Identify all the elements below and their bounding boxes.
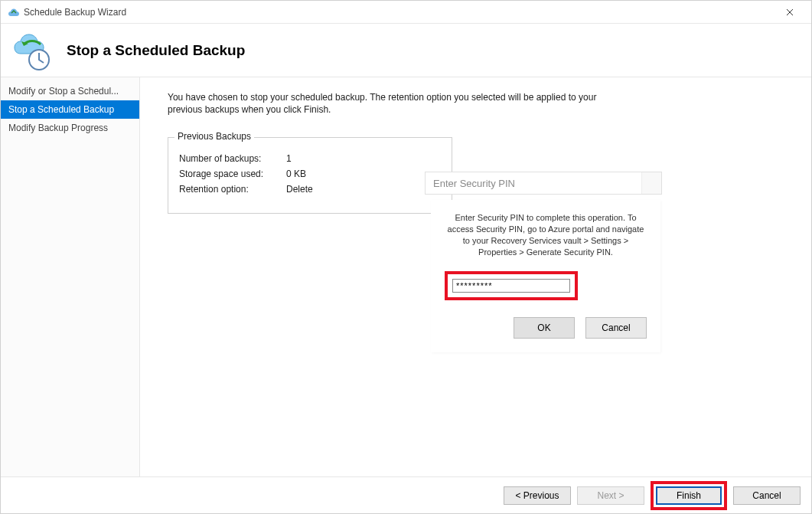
window-title: Schedule Backup Wizard bbox=[24, 7, 774, 18]
security-pin-input[interactable] bbox=[452, 279, 570, 293]
previous-backups-group: Previous Backups Number of backups: 1 St… bbox=[168, 137, 452, 214]
footer: < Previous Next > Finish Cancel bbox=[1, 476, 811, 513]
titlebar: Schedule Backup Wizard bbox=[1, 1, 811, 24]
finish-highlight: Finish bbox=[651, 481, 727, 510]
sidebar: Modify or Stop a Schedul... Stop a Sched… bbox=[1, 77, 140, 476]
sidebar-item-label: Modify or Stop a Schedul... bbox=[8, 86, 119, 97]
row-storage-used: Storage space used: 0 KB bbox=[179, 169, 441, 179]
value: 1 bbox=[286, 153, 292, 164]
pin-modal: Enter Security PIN to complete this oper… bbox=[431, 200, 660, 352]
pin-ok-button[interactable]: OK bbox=[514, 317, 575, 339]
label: Storage space used: bbox=[179, 169, 286, 179]
pin-instruction-text: Enter Security PIN to complete this oper… bbox=[445, 212, 647, 257]
value: Delete bbox=[286, 184, 313, 195]
pin-placeholder-text: Enter Security PIN bbox=[426, 178, 641, 189]
body: Modify or Stop a Schedul... Stop a Sched… bbox=[1, 77, 811, 476]
header: Stop a Scheduled Backup bbox=[1, 24, 811, 77]
value: 0 KB bbox=[286, 169, 306, 179]
sidebar-item-label: Stop a Scheduled Backup bbox=[8, 104, 114, 115]
close-icon bbox=[786, 8, 794, 16]
label: Number of backups: bbox=[179, 153, 286, 164]
group-legend: Previous Backups bbox=[174, 131, 254, 142]
backup-clock-icon bbox=[10, 29, 53, 72]
app-icon bbox=[7, 6, 19, 18]
row-retention-option: Retention option: Delete bbox=[179, 184, 441, 195]
pin-modal-buttons: OK Cancel bbox=[445, 317, 647, 339]
pin-placeholder-bar[interactable]: Enter Security PIN bbox=[425, 172, 662, 195]
next-button: Next > bbox=[577, 486, 644, 505]
pin-cancel-button[interactable]: Cancel bbox=[585, 317, 647, 339]
row-number-of-backups: Number of backups: 1 bbox=[179, 153, 441, 164]
pin-input-highlight bbox=[445, 271, 578, 300]
sidebar-item-modify-or-stop[interactable]: Modify or Stop a Schedul... bbox=[1, 82, 139, 100]
finish-button[interactable]: Finish bbox=[656, 486, 722, 505]
main-panel: You have chosen to stop your scheduled b… bbox=[140, 77, 811, 476]
sidebar-item-label: Modify Backup Progress bbox=[8, 123, 108, 133]
pin-toggle-icon[interactable] bbox=[641, 172, 661, 194]
cancel-button[interactable]: Cancel bbox=[733, 486, 801, 505]
page-title: Stop a Scheduled Backup bbox=[67, 42, 245, 59]
previous-button[interactable]: < Previous bbox=[504, 486, 571, 505]
sidebar-item-modify-progress[interactable]: Modify Backup Progress bbox=[1, 119, 139, 137]
close-button[interactable] bbox=[774, 2, 805, 23]
intro-text: You have chosen to stop your scheduled b… bbox=[168, 91, 604, 116]
label: Retention option: bbox=[179, 184, 286, 195]
wizard-window: Schedule Backup Wizard Stop a Scheduled … bbox=[0, 0, 812, 514]
sidebar-item-stop-backup[interactable]: Stop a Scheduled Backup bbox=[1, 100, 139, 119]
